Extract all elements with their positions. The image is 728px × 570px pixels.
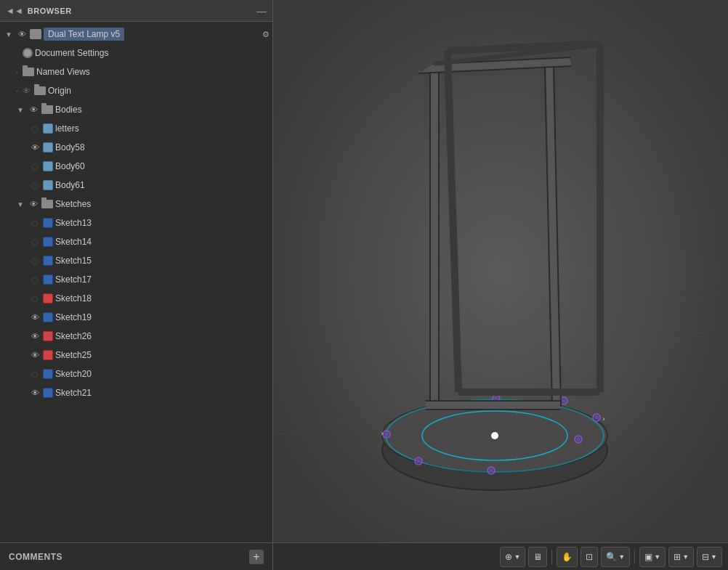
tree-item-sketch18[interactable]: ◌ Sketch18 (0, 289, 272, 308)
body61-label: Body61 (55, 180, 85, 190)
eye-body61-icon[interactable]: ◌ (29, 179, 41, 191)
eye-root-icon[interactable]: 👁 (16, 28, 28, 40)
eye-sketch21-icon[interactable]: 👁 (29, 387, 41, 399)
tree-item-doc-settings[interactable]: Document Settings (0, 44, 272, 62)
toolbar-separator-1 (551, 550, 552, 564)
eye-bodies-icon[interactable]: 👁 (28, 104, 39, 115)
viewport[interactable]: › ‹ › (273, 0, 728, 542)
letters-body-icon (43, 123, 53, 134)
eye-body60-icon[interactable]: ◌ (29, 160, 41, 172)
eye-sketch14-icon[interactable]: ◌ (29, 236, 41, 248)
body61-icon (43, 180, 53, 190)
eye-sketch25-icon[interactable]: 👁 (29, 349, 41, 361)
grid-icon: ⊞ (674, 552, 681, 562)
sketch15-label: Sketch15 (55, 256, 92, 266)
tree-item-sketch25[interactable]: 👁 Sketch25 (0, 346, 272, 365)
sketch19-label: Sketch19 (55, 312, 92, 322)
tree-item-sketch14[interactable]: ◌ Sketch14 (0, 232, 272, 251)
tree-item-origin[interactable]: · 👁 Origin (0, 81, 272, 100)
sketch14-label: Sketch14 (55, 237, 92, 247)
toolbar-display2-btn[interactable]: ⊟ ▼ (697, 547, 722, 567)
bodies-folder-icon (41, 105, 53, 114)
sketch13-label: Sketch13 (55, 218, 92, 228)
browser-header-left: ◄◄ BROWSER (6, 6, 72, 16)
eye-sketch19-icon[interactable]: 👁 (29, 312, 41, 323)
sketch20-label: Sketch20 (55, 369, 92, 379)
sketch20-icon (43, 369, 53, 379)
eye-origin-icon[interactable]: 👁 (20, 85, 32, 97)
eye-letters-icon[interactable]: ◌ (29, 123, 41, 134)
origin-label: Origin (48, 86, 71, 96)
body58-label: Body58 (55, 142, 85, 152)
tree-item-body60[interactable]: ◌ Body60 (0, 157, 272, 176)
svg-line-43 (477, 40, 527, 44)
3d-viewport-svg: › ‹ › (273, 0, 728, 542)
toolbar-zoom-btn[interactable]: 🔍 ▼ (601, 547, 630, 567)
tree-item-sketch21[interactable]: 👁 Sketch21 (0, 383, 272, 402)
toolbar-zoom-fit-btn[interactable]: ⊡ (581, 547, 598, 567)
tree-item-sketch13[interactable]: ◌ Sketch13 (0, 213, 272, 232)
body60-icon (43, 161, 53, 171)
tree-item-sketch20[interactable]: ◌ Sketch20 (0, 365, 272, 383)
eye-sketch17-icon[interactable]: ◌ (29, 274, 41, 285)
bottom-toolbar: ⊕ ▼ 🖥 ✋ ⊡ 🔍 ▼ ▣ ▼ ⊞ (273, 542, 728, 570)
eye-sketch20-icon[interactable]: ◌ (29, 368, 41, 380)
sketch21-label: Sketch21 (55, 388, 92, 398)
svg-point-21 (594, 415, 599, 420)
collapse-root-icon[interactable]: ▼ (3, 28, 15, 40)
sketch26-icon (43, 331, 53, 341)
display-icon: 🖥 (533, 552, 542, 562)
tree-item-sketch17[interactable]: ◌ Sketch17 (0, 270, 272, 289)
display2-dropdown-icon[interactable]: ▼ (711, 553, 717, 561)
eye-sketch26-icon[interactable]: 👁 (29, 330, 41, 342)
body58-icon (43, 142, 53, 152)
right-panel: › ‹ › (273, 0, 728, 570)
eye-body58-icon[interactable]: 👁 (29, 142, 41, 153)
zoom-dropdown-icon[interactable]: ▼ (618, 553, 625, 561)
toolbar-move-btn[interactable]: ⊕ ▼ (500, 547, 525, 567)
viewcube-icon: ▣ (644, 552, 652, 562)
sketch25-label: Sketch25 (55, 350, 92, 360)
tree-item-named-views[interactable]: · Named Views (0, 62, 272, 81)
grid-dropdown-icon[interactable]: ▼ (682, 553, 689, 561)
sketch14-icon (43, 237, 53, 247)
browser-header: ◄◄ BROWSER — (0, 0, 272, 22)
add-comment-button[interactable]: + (249, 550, 264, 564)
eye-sketch13-icon[interactable]: ◌ (29, 217, 41, 229)
move-dropdown-icon[interactable]: ▼ (514, 553, 520, 561)
svg-point-17 (489, 468, 493, 473)
tree-item-body61[interactable]: ◌ Body61 (0, 176, 272, 195)
eye-sketch18-icon[interactable]: ◌ (29, 293, 41, 304)
toolbar-separator-2 (634, 550, 635, 564)
browser-panel: ◄◄ BROWSER — ▼ 👁 Dual Text Lamp v5 ⚙ Doc… (0, 0, 273, 570)
tree-item-bodies[interactable]: ▼ 👁 Bodies (0, 100, 272, 119)
comments-bar: COMMENTS + (0, 542, 272, 570)
named-views-dot: · (15, 66, 20, 78)
named-views-label: Named Views (36, 67, 90, 77)
close-browser-icon[interactable]: — (256, 5, 267, 17)
sketch13-icon (43, 218, 53, 228)
zoom-icon: 🔍 (606, 552, 617, 562)
tree-item-sketch19[interactable]: 👁 Sketch19 (0, 308, 272, 327)
tree-item-body58[interactable]: 👁 Body58 (0, 138, 272, 157)
collapse-bodies-icon[interactable]: ▼ (15, 104, 26, 115)
named-views-folder-icon (23, 68, 34, 76)
toolbar-viewcube-btn[interactable]: ▣ ▼ (639, 547, 666, 567)
eye-sketch15-icon[interactable]: ◌ (29, 255, 41, 266)
tree-item-sketch15[interactable]: ◌ Sketch15 (0, 251, 272, 270)
eye-sketches-icon[interactable]: 👁 (28, 198, 39, 210)
toolbar-pan-btn[interactable]: ✋ (557, 547, 578, 567)
sketch19-icon (43, 312, 53, 322)
viewcube-dropdown-icon[interactable]: ▼ (654, 553, 660, 561)
settings-icon[interactable]: ⚙ (262, 30, 270, 39)
svg-point-19 (576, 437, 581, 441)
tree-item-sketch26[interactable]: 👁 Sketch26 (0, 327, 272, 346)
sketch18-label: Sketch18 (55, 293, 92, 304)
tree-item-sketches[interactable]: ▼ 👁 Sketches (0, 195, 272, 213)
toolbar-grid-btn[interactable]: ⊞ ▼ (668, 547, 694, 567)
toolbar-display-btn[interactable]: 🖥 (528, 547, 547, 567)
collapse-sketches-icon[interactable]: ▼ (15, 198, 26, 210)
collapse-browser-icon[interactable]: ◄◄ (6, 6, 23, 16)
tree-item-root[interactable]: ▼ 👁 Dual Text Lamp v5 ⚙ (0, 25, 272, 44)
tree-item-letters[interactable]: ◌ letters (0, 119, 272, 138)
